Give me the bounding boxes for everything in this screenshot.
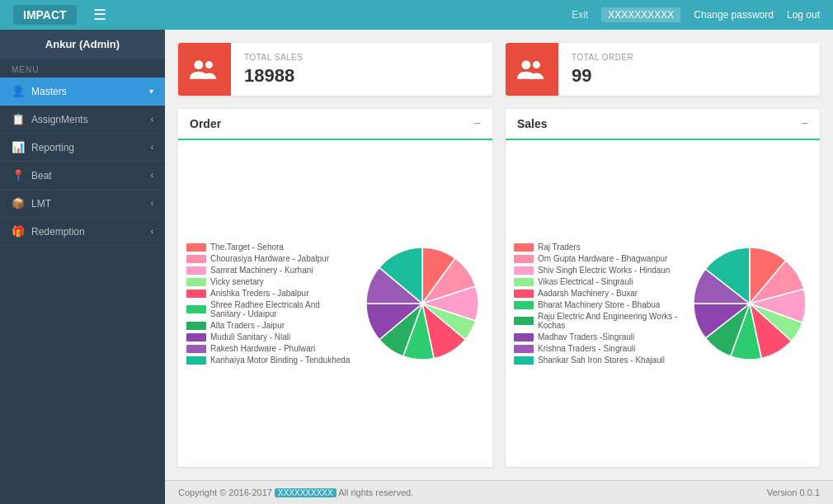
legend-label: Samrat Machinery - Kurhani: [210, 266, 313, 275]
legend-color-swatch: [514, 356, 534, 365]
legend-item: Vicky senetary: [186, 277, 352, 286]
chevron-left-icon: ‹: [151, 115, 153, 124]
svg-point-0: [194, 60, 203, 69]
lmt-icon: 📦: [12, 197, 25, 210]
sidebar-item-beat[interactable]: 📍 Beat ‹: [0, 162, 165, 190]
footer-brand: XXXXXXXXXX: [275, 488, 336, 497]
reporting-icon: 📊: [12, 141, 25, 153]
legend-label: Aadarsh Machinery - Buxar: [538, 289, 638, 298]
redemption-icon: 🎁: [12, 225, 25, 238]
legend-item: Om Gupta Hardware - Bhagwanpur: [514, 254, 680, 263]
sidebar-item-lmt-label: LMT: [31, 198, 51, 210]
footer-version: Version 0.0.1: [767, 488, 820, 497]
main-layout: Ankur (Admin) Menu 👤 Masters ▾ 📋 AssignM…: [0, 30, 833, 504]
legend-color-swatch: [514, 345, 534, 353]
chevron-left-icon-3: ‹: [151, 171, 153, 180]
legend-item: Vikas Electrical - Singrauli: [514, 277, 680, 286]
footer-copyright: Copyright © 2016-2017 XXXXXXXXXX All rig…: [178, 488, 413, 497]
legend-label: Shankar Sah Iron Stores - Khajauil: [538, 356, 665, 365]
exit-button[interactable]: XXXXXXXXXX: [601, 7, 680, 22]
charts-row: Order − The.Target - Sehora Chourasiya H…: [165, 96, 833, 480]
sales-chart-title: Sales: [517, 117, 548, 130]
sidebar-item-lmt[interactable]: 📦 LMT ‹: [0, 190, 165, 218]
legend-label: Anishka Treders - Jabalpur: [210, 289, 309, 298]
legend-color-swatch: [186, 266, 206, 275]
legend-color-swatch: [186, 356, 206, 365]
sidebar-item-redemption-label: Redemption: [31, 226, 85, 238]
sidebar-menu-label: Menu: [0, 59, 165, 78]
legend-label: Shiv Singh Electric Works - Hindaun: [538, 266, 670, 275]
sidebar-item-beat-label: Beat: [31, 170, 52, 181]
legend-label: Rakesh Hardware - Phulwari: [210, 344, 315, 353]
sales-legend: Raj Traders Om Gupta Hardware - Bhagwanp…: [514, 243, 680, 365]
sales-chart-card: Sales − Raj Traders Om Gupta Hardware - …: [506, 109, 820, 467]
total-sales-label: TOTAL SALES: [244, 53, 303, 62]
order-chart-header: Order −: [178, 109, 492, 140]
logout-button[interactable]: Log out: [787, 9, 820, 21]
total-order-info: TOTAL ORDER 99: [558, 45, 647, 95]
legend-item: Samrat Machinery - Kurhani: [186, 266, 352, 275]
sales-chart-header: Sales −: [506, 109, 820, 140]
sales-chart-minimize[interactable]: −: [801, 117, 808, 130]
sidebar-item-masters[interactable]: 👤 Masters ▾: [0, 78, 165, 106]
legend-item: Raj Traders: [514, 243, 680, 252]
people-icon: [190, 54, 219, 84]
total-order-label: TOTAL ORDER: [572, 53, 633, 62]
sidebar-user: Ankur (Admin): [0, 30, 165, 59]
legend-label: Vicky senetary: [210, 277, 264, 286]
svg-point-2: [521, 60, 530, 69]
footer: Copyright © 2016-2017 XXXXXXXXXX All rig…: [165, 480, 833, 504]
legend-color-swatch: [186, 345, 206, 353]
legend-color-swatch: [186, 305, 206, 313]
chevron-left-icon-5: ‹: [151, 227, 153, 236]
legend-item: Bharat Machinery Store - Bhabua: [514, 300, 680, 309]
legend-item: Aadarsh Machinery - Buxar: [514, 289, 680, 298]
legend-label: Raju Electric And Engineering Works - Ko…: [538, 312, 680, 330]
assignments-icon: 📋: [12, 113, 25, 125]
legend-label: Alta Traders - Jaipur: [210, 321, 285, 330]
sidebar-item-redemption[interactable]: 🎁 Redemption ‹: [0, 218, 165, 246]
legend-color-swatch: [186, 243, 206, 252]
legend-label: Shree Radhee Electricals And Sanitary - …: [210, 300, 352, 318]
order-chart-minimize[interactable]: −: [473, 117, 481, 130]
legend-color-swatch: [514, 333, 534, 341]
legend-item: Krishna Traders - Singrauli: [514, 344, 680, 353]
sidebar-item-assignments-label: AssignMents: [31, 114, 88, 125]
sidebar: Ankur (Admin) Menu 👤 Masters ▾ 📋 AssignM…: [0, 30, 165, 504]
legend-item: Raju Electric And Engineering Works - Ko…: [514, 312, 680, 330]
order-chart-title: Order: [190, 117, 221, 130]
legend-color-swatch: [514, 255, 534, 263]
total-order-value: 99: [572, 65, 633, 87]
stat-card-total-order: TOTAL ORDER 99: [506, 43, 820, 96]
legend-label: Raj Traders: [538, 243, 581, 252]
legend-item: The.Target - Sehora: [186, 243, 352, 252]
legend-item: Shiv Singh Electric Works - Hindaun: [514, 266, 680, 275]
sidebar-item-assignments[interactable]: 📋 AssignMents ‹: [0, 106, 165, 134]
total-sales-info: TOTAL SALES 18988: [231, 45, 316, 95]
masters-icon: 👤: [12, 85, 25, 97]
sales-pie-chart: [688, 242, 812, 365]
hamburger-button[interactable]: ☰: [93, 6, 106, 24]
change-password-link[interactable]: Change password: [694, 9, 774, 21]
sidebar-item-reporting[interactable]: 📊 Reporting ‹: [0, 134, 165, 162]
chevron-down-icon: ▾: [149, 87, 153, 96]
legend-color-swatch: [514, 290, 534, 298]
legend-item: Shree Radhee Electricals And Sanitary - …: [186, 300, 352, 318]
chevron-left-icon-4: ‹: [151, 199, 153, 208]
legend-item: Anishka Treders - Jabalpur: [186, 289, 352, 298]
legend-item: Kanhaiya Motor Binding - Tendukheda: [186, 356, 352, 365]
sidebar-item-masters-label: Masters: [31, 86, 67, 97]
legend-color-swatch: [514, 317, 534, 325]
legend-label: The.Target - Sehora: [210, 243, 284, 252]
legend-color-swatch: [186, 278, 206, 286]
app-wrapper: IMPACT ☰ Exit XXXXXXXXXX Change password…: [0, 0, 833, 504]
total-sales-icon-box: [178, 43, 231, 96]
legend-label: Madhav Traders -Singrauli: [538, 332, 634, 341]
legend-color-swatch: [186, 333, 206, 341]
legend-label: Om Gupta Hardware - Bhagwanpur: [538, 254, 667, 263]
legend-label: Muduli Sanitary - Nlali: [210, 332, 290, 341]
legend-item: Shankar Sah Iron Stores - Khajauil: [514, 356, 680, 365]
sales-chart-body: Raj Traders Om Gupta Hardware - Bhagwanp…: [506, 140, 820, 467]
legend-item: Alta Traders - Jaipur: [186, 321, 352, 330]
legend-label: Bharat Machinery Store - Bhabua: [538, 300, 660, 309]
